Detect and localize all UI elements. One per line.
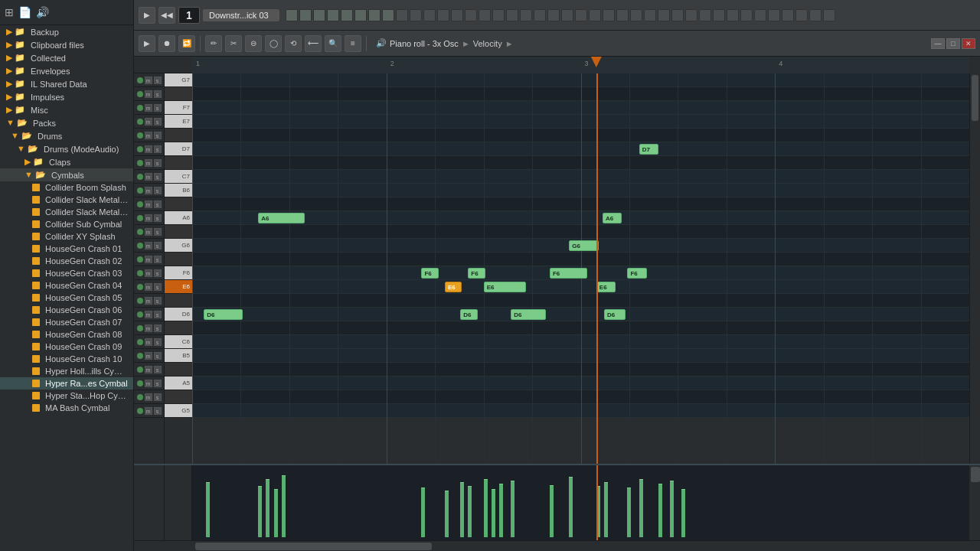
piano-key-B6[interactable]: B6 [165, 184, 192, 197]
ch-btn[interactable]: m [145, 338, 152, 346]
file-icon[interactable]: 📄 [18, 6, 31, 18]
velocity-bar-20[interactable] [670, 481, 674, 537]
piano-key-[interactable] [165, 225, 192, 239]
midi-note-e6-1[interactable]: E6 [445, 282, 462, 292]
speaker-icon[interactable]: 🔊 [36, 6, 49, 18]
transport-play-btn[interactable]: ▶ [139, 7, 155, 24]
ch-btn2[interactable]: s [154, 380, 162, 387]
slide-tool-btn[interactable]: ⟲ [285, 35, 302, 52]
ch-btn[interactable]: m [145, 311, 152, 318]
pattern-btn-15[interactable] [492, 9, 505, 21]
midi-note-d6-1[interactable]: D6 [204, 309, 243, 320]
velocity-scrollbar-thumb[interactable] [971, 467, 980, 482]
pattern-btn-30[interactable] [699, 9, 711, 21]
ch-btn2[interactable]: s [154, 145, 162, 153]
ch-btn2[interactable]: s [154, 352, 162, 360]
ch-btn[interactable]: m [145, 77, 152, 84]
velocity-bar-17[interactable] [627, 487, 631, 537]
sidebar-item-12[interactable]: Collider Boom Splash [0, 181, 133, 194]
velocity-bar-7[interactable] [460, 482, 464, 537]
pattern-btn-24[interactable] [616, 9, 629, 21]
piano-key-[interactable] [165, 390, 192, 404]
ch-btn2[interactable]: s [154, 297, 162, 305]
ch-btn2[interactable]: s [154, 90, 162, 98]
ch-btn2[interactable]: s [154, 242, 162, 249]
velocity-bar-18[interactable] [639, 479, 643, 538]
pattern-btn-2[interactable] [313, 9, 325, 21]
velocity-bar-11[interactable] [499, 484, 503, 537]
sidebar-item-21[interactable]: HouseGen Crash 05 [0, 292, 133, 304]
pattern-btn-0[interactable] [286, 9, 298, 21]
play-tool-btn[interactable]: ▶ [139, 35, 155, 52]
close-btn[interactable]: ✕ [962, 38, 975, 49]
piano-key-[interactable] [165, 156, 192, 170]
pattern-btn-16[interactable] [506, 9, 518, 21]
midi-note-d7-1[interactable]: D7 [639, 144, 658, 155]
sidebar-item-18[interactable]: HouseGen Crash 02 [0, 255, 133, 267]
ch-btn[interactable]: m [145, 352, 152, 360]
pattern-btn-4[interactable] [341, 9, 353, 21]
pattern-btn-17[interactable] [520, 9, 532, 21]
piano-key-[interactable] [165, 363, 192, 377]
pattern-btn-38[interactable] [809, 9, 822, 21]
transport-back-btn[interactable]: ◀◀ [158, 7, 175, 24]
pattern-btn-8[interactable] [396, 9, 408, 21]
pattern-btn-26[interactable] [644, 9, 656, 21]
piano-key-G7[interactable]: G7 [165, 73, 192, 87]
ch-btn2[interactable]: s [154, 269, 162, 277]
midi-note-d6-3[interactable]: D6 [511, 309, 546, 320]
pattern-btn-6[interactable] [368, 9, 381, 21]
sidebar-item-15[interactable]: Collider Sub Cymbal [0, 218, 133, 230]
piano-key-E6[interactable]: E6 [165, 280, 192, 294]
pattern-btn-7[interactable] [382, 9, 394, 21]
ch-btn[interactable]: m [145, 187, 152, 194]
sidebar-item-14[interactable]: Collider Slack Metal 02 [0, 206, 133, 218]
piano-key-A6[interactable]: A6 [165, 211, 192, 225]
ch-btn2[interactable]: s [154, 283, 162, 291]
velocity-label[interactable]: Velocity [473, 39, 502, 48]
piano-key-B5[interactable]: B5 [165, 349, 192, 363]
sidebar-item-2[interactable]: ▶ 📁Collected [0, 51, 133, 64]
sidebar-item-7[interactable]: ▼ 📂Packs [0, 116, 133, 129]
piano-key-F7[interactable]: F7 [165, 101, 192, 115]
midi-note-g6-1[interactable]: G6 [569, 240, 599, 251]
midi-note-f6-3[interactable]: F6 [550, 268, 587, 279]
ch-btn2[interactable]: s [154, 118, 162, 126]
ch-btn[interactable]: m [145, 90, 152, 98]
velocity-bar-12[interactable] [511, 481, 514, 537]
sidebar-item-22[interactable]: HouseGen Crash 06 [0, 304, 133, 316]
velocity-bar-8[interactable] [468, 486, 472, 538]
velocity-bar-19[interactable] [658, 484, 662, 537]
midi-note-d6-2[interactable]: D6 [460, 309, 477, 320]
sidebar-item-11[interactable]: ▼ 📂Cymbals [0, 168, 133, 181]
ch-btn[interactable]: m [145, 214, 152, 222]
piano-key-[interactable] [165, 197, 192, 211]
ch-btn2[interactable]: s [154, 159, 162, 167]
ch-btn2[interactable]: s [154, 407, 162, 415]
pattern-btn-35[interactable] [768, 9, 780, 21]
velocity-bar-0[interactable] [206, 482, 210, 537]
velocity-bar-6[interactable] [445, 491, 449, 537]
ch-btn2[interactable]: s [154, 132, 162, 139]
piano-key-[interactable] [165, 129, 192, 142]
ch-btn2[interactable]: s [154, 366, 162, 373]
record-tool-btn[interactable]: ⏺ [158, 35, 175, 52]
pattern-btn-1[interactable] [299, 9, 312, 21]
midi-note-f6-1[interactable]: F6 [421, 268, 438, 279]
midi-note-a6-1[interactable]: A6 [258, 213, 305, 223]
ch-btn[interactable]: m [145, 159, 152, 167]
ch-btn[interactable]: m [145, 380, 152, 387]
piano-key-G6[interactable]: G6 [165, 239, 192, 253]
velocity-bar-10[interactable] [492, 489, 495, 537]
restore-btn[interactable]: □ [946, 38, 960, 49]
sidebar-item-16[interactable]: Collider XY Splash [0, 230, 133, 243]
ch-btn[interactable]: m [145, 256, 152, 263]
velocity-bar-2[interactable] [266, 479, 270, 538]
pattern-btn-29[interactable] [685, 9, 697, 21]
minimize-btn[interactable]: — [931, 38, 945, 49]
pattern-btn-13[interactable] [465, 9, 477, 21]
ch-btn[interactable]: m [145, 104, 152, 112]
ch-btn2[interactable]: s [154, 256, 162, 263]
piano-key-D6[interactable]: D6 [165, 308, 192, 321]
detuning-tool-btn[interactable]: ⟵ [305, 35, 322, 52]
